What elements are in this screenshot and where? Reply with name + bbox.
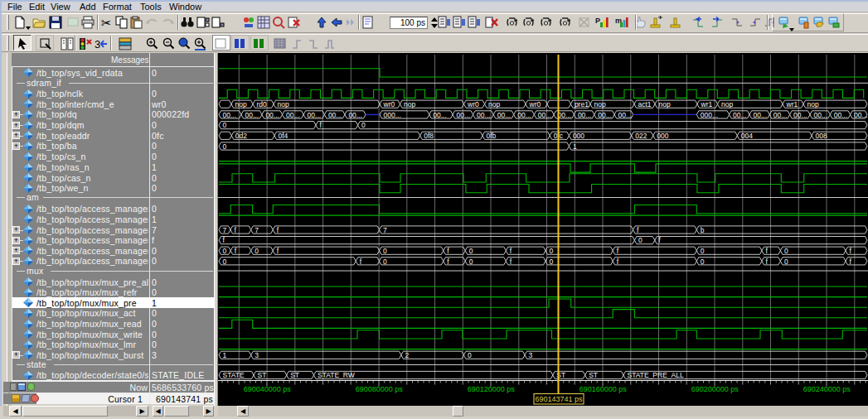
svg-text:0f4: 0f4	[279, 132, 289, 140]
svg-text:0: 0	[784, 258, 788, 266]
svg-text:0: 0	[223, 142, 227, 151]
svg-text:0: 0	[701, 258, 705, 266]
svg-text:3: 3	[95, 38, 100, 51]
svg-text:0: 0	[550, 247, 554, 255]
svg-text:0: 0	[550, 258, 554, 266]
svg-text:690080000 ps: 690080000 ps	[356, 385, 404, 393]
svg-text:0: 0	[638, 236, 643, 244]
svg-text:00...: 00...	[223, 111, 237, 119]
svg-text:000...: 000...	[384, 111, 401, 119]
svg-text:ST: ST	[589, 371, 598, 379]
svg-text:00...: 00...	[754, 111, 768, 119]
svg-text:00...: 00...	[328, 111, 342, 119]
svg-text:0d2: 0d2	[235, 132, 247, 140]
svg-text:nop: nop	[807, 100, 819, 108]
svg-text:7: 7	[383, 226, 387, 234]
svg-text:00...: 00...	[265, 111, 279, 119]
svg-text:0: 0	[255, 247, 259, 255]
svg-text:1: 1	[573, 142, 577, 151]
svg-text:0: 0	[361, 121, 366, 129]
svg-text:pre1: pre1	[575, 100, 589, 108]
svg-text:STATE_PRE_ALL: STATE_PRE_ALL	[628, 371, 684, 379]
svg-text:00...: 00...	[618, 111, 633, 119]
svg-text:0: 0	[223, 121, 227, 129]
svg-text:690120000 ps: 690120000 ps	[468, 385, 516, 393]
svg-text:nop: nop	[659, 100, 671, 108]
svg-text:0: 0	[469, 247, 473, 255]
svg-text:690040000 ps: 690040000 ps	[244, 385, 292, 393]
svg-text:wr1: wr1	[701, 100, 713, 108]
svg-text:008: 008	[816, 132, 827, 140]
svg-text:690200000 ps: 690200000 ps	[691, 385, 739, 393]
svg-text:00...: 00...	[348, 111, 362, 119]
svg-text:0: 0	[468, 351, 472, 359]
svg-text:STATE_RW: STATE_RW	[318, 371, 355, 379]
svg-text:STATE: STATE	[223, 371, 245, 379]
svg-text:000...: 000...	[701, 111, 718, 119]
svg-text:0: 0	[469, 258, 473, 266]
svg-text:00...: 00...	[773, 111, 788, 119]
svg-text:0fb: 0fb	[487, 132, 497, 140]
svg-text:act1: act1	[638, 100, 652, 108]
svg-text:0: 0	[223, 247, 227, 255]
svg-text:wr0: wr0	[467, 100, 479, 108]
svg-text:2: 2	[405, 351, 409, 359]
svg-text:00...: 00...	[457, 111, 471, 119]
svg-text:690240000 ps: 690240000 ps	[803, 385, 851, 393]
svg-text:0: 0	[701, 247, 705, 255]
svg-text:nop: nop	[721, 100, 733, 108]
svg-text:0: 0	[784, 247, 788, 255]
svg-text:00...: 00...	[308, 111, 322, 119]
svg-text:7: 7	[223, 226, 227, 234]
svg-text:nop: nop	[488, 100, 500, 108]
svg-text:00...: 00...	[477, 111, 491, 119]
svg-text:00...: 00...	[598, 111, 612, 119]
svg-text:0f8: 0f8	[424, 132, 434, 140]
svg-text:000: 000	[573, 132, 584, 140]
svg-text:7: 7	[255, 226, 259, 234]
svg-text:00...: 00...	[793, 111, 807, 119]
svg-text:00...: 00...	[497, 111, 512, 119]
svg-text:00...: 00...	[834, 111, 848, 119]
svg-text:wr0: wr0	[529, 100, 541, 108]
svg-text:3: 3	[255, 351, 259, 359]
svg-text:0: 0	[383, 258, 387, 266]
svg-text:b: b	[701, 226, 705, 234]
svg-text:00...: 00...	[433, 111, 447, 119]
svg-text:ST: ST	[290, 371, 299, 379]
svg-text:00...: 00...	[517, 111, 531, 119]
svg-text:000: 000	[657, 132, 668, 140]
svg-text:00...: 00...	[286, 111, 300, 119]
svg-text:rd0: rd0	[257, 100, 268, 108]
svg-text:nop: nop	[235, 100, 247, 108]
svg-text:✂: ✂	[101, 16, 112, 29]
svg-text:0: 0	[383, 247, 387, 255]
svg-text:wr0: wr0	[383, 100, 395, 108]
svg-text:690143741 ps: 690143741 ps	[535, 395, 583, 403]
svg-text:nop: nop	[278, 100, 289, 108]
svg-text:00...: 00...	[733, 111, 747, 119]
svg-text:00...: 00...	[854, 111, 868, 119]
svg-text:ST: ST	[258, 371, 267, 379]
svg-text:3: 3	[529, 351, 533, 359]
svg-text:00...: 00...	[578, 111, 592, 119]
svg-text:wr1: wr1	[786, 100, 798, 108]
svg-text:nop: nop	[404, 100, 415, 108]
svg-text:nop: nop	[594, 100, 606, 108]
svg-text:00...: 00...	[814, 111, 828, 119]
svg-text:P: P	[595, 17, 600, 25]
svg-text:0: 0	[223, 258, 227, 266]
svg-text:690160000 ps: 690160000 ps	[579, 385, 628, 393]
svg-text:004: 004	[741, 132, 753, 140]
svg-text:1: 1	[223, 351, 227, 359]
svg-text:00...: 00...	[558, 111, 572, 119]
svg-text:00...: 00...	[538, 111, 552, 119]
svg-text:00...: 00...	[245, 111, 259, 119]
svg-text:022: 022	[635, 132, 647, 140]
